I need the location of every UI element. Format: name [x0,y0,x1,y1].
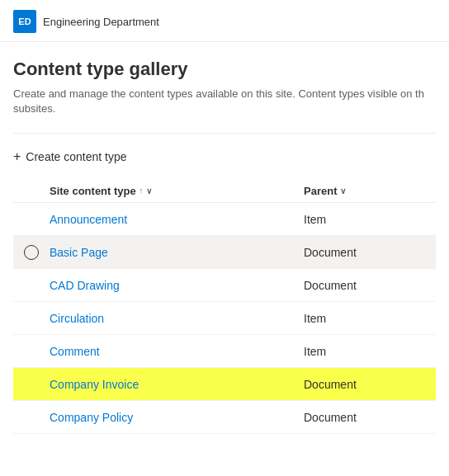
parent-column-header[interactable]: Parent ∨ [304,185,436,197]
table-header: Site content type ↑ ∨ Parent ∨ [13,180,436,203]
plus-icon: + [13,150,21,163]
content-type-header-label: Site content type [50,185,136,197]
content-type-link[interactable]: Company Policy [50,411,133,424]
row-checkbox[interactable] [13,245,50,260]
content-type-cell: Comment [50,345,304,358]
site-title: Engineering Department [43,16,159,28]
main-content: Content type gallery Create and manage t… [0,42,449,447]
content-type-column-header[interactable]: Site content type ↑ ∨ [50,185,304,197]
table-row[interactable]: Company InvoiceDocument [13,368,436,401]
header: ED Engineering Department [0,0,449,42]
content-type-cell: Company Invoice [50,378,304,391]
table-body: AnnouncementItemBasic PageDocumentCAD Dr… [13,203,436,434]
divider [13,133,436,134]
table-row[interactable]: CommentItem [13,335,436,368]
content-type-link[interactable]: Company Invoice [50,378,139,391]
page-description: Create and manage the content types avai… [13,87,436,116]
parent-cell: Document [304,411,436,424]
content-type-link[interactable]: Comment [50,345,100,358]
page-title: Content type gallery [13,59,436,80]
parent-cell: Item [304,213,436,226]
parent-header-label: Parent [304,185,337,197]
parent-cell: Document [304,279,436,292]
table-row[interactable]: Basic PageDocument [13,236,436,269]
content-type-cell: Basic Page [50,246,304,259]
content-type-cell: Announcement [50,213,304,226]
content-type-link[interactable]: Circulation [50,312,104,325]
parent-cell: Document [304,378,436,391]
create-content-type-button[interactable]: + Create content type [13,147,127,167]
content-type-link[interactable]: CAD Drawing [50,279,120,292]
sort-up-icon: ↑ [139,187,144,195]
parent-cell: Document [304,246,436,259]
content-type-cell: Circulation [50,312,304,325]
content-type-cell: CAD Drawing [50,279,304,292]
parent-cell: Item [304,312,436,325]
content-type-cell: Company Policy [50,411,304,424]
table-row[interactable]: CirculationItem [13,302,436,335]
chevron-down-icon: ∨ [146,186,152,196]
table-row[interactable]: CAD DrawingDocument [13,269,436,302]
create-button-label: Create content type [26,150,126,163]
avatar: ED [13,10,36,33]
table-row[interactable]: Company PolicyDocument [13,401,436,434]
content-type-link[interactable]: Announcement [50,213,127,226]
parent-chevron-down-icon: ∨ [340,186,346,196]
table-row[interactable]: AnnouncementItem [13,203,436,236]
content-type-link[interactable]: Basic Page [50,246,108,259]
parent-cell: Item [304,345,436,358]
row-circle-icon [24,245,39,260]
